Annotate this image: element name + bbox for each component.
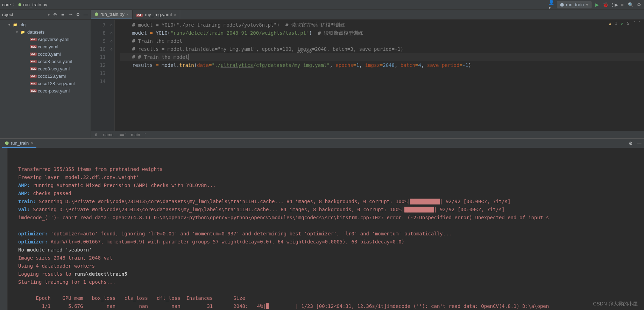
tree-file[interactable]: YMLArgoverse.yaml [0, 36, 91, 43]
debug-button[interactable]: 🐞 [603, 2, 608, 8]
tree-item-label: coco.yaml [38, 44, 58, 49]
yaml-icon: YML [30, 37, 36, 42]
close-icon[interactable]: × [31, 140, 34, 146]
yaml-icon: YML [30, 89, 36, 93]
stop-button[interactable]: ■ [620, 2, 625, 8]
sidebar-title: roject [2, 12, 45, 17]
tree-folder[interactable]: ▼📁cfg [0, 21, 91, 28]
project-sidebar: roject ▾ ⊕ ≡ ⇥ ⚙ — ▼📁cfg▼📁datasetsYMLArg… [0, 10, 91, 138]
python-file-icon: ⬢ [18, 2, 22, 7]
terminal-line: optimizer: 'optimizer=auto' found, ignor… [18, 230, 641, 238]
run-tab[interactable]: ⬢ run_train × [2, 139, 36, 148]
editor-breadcrumb-text: if __name__ == '__main__' [95, 132, 146, 137]
breadcrumb-sep: 〉 [12, 2, 17, 8]
editor-tab[interactable]: ⬢run_train.py× [91, 10, 133, 19]
yaml-icon: YML [30, 82, 36, 86]
hide-icon[interactable]: — [636, 140, 642, 146]
terminal-line: optimizer: AdamW(lr=0.001667, momentum=0… [18, 238, 641, 246]
gear-icon[interactable]: ⚙ [75, 12, 81, 18]
fold-gutter[interactable]: ⊖ ⊖ ⊖⊖ [108, 20, 115, 131]
terminal-line: Logging results to runs\detect\train5 [18, 270, 641, 278]
run-output[interactable]: Transferred 355/355 items from pretraine… [8, 148, 644, 310]
gear-icon[interactable]: ⚙ [628, 140, 634, 146]
locate-icon[interactable]: ⊕ [52, 12, 58, 18]
breadcrumb-root[interactable]: core [2, 2, 11, 7]
yaml-icon: YML [30, 45, 36, 49]
folder-icon: 📁 [12, 23, 18, 27]
run-gutter[interactable] [0, 148, 8, 310]
tree-item-label: coco8-seg.yaml [38, 66, 70, 71]
folder-icon: 📁 [20, 30, 26, 34]
pass-count: 5 [627, 21, 629, 26]
tree-item-label: coco8.yaml [38, 51, 61, 57]
python-file-icon: ⬢ [94, 12, 98, 17]
tree-file[interactable]: YMLcoco8-pose.yaml [0, 58, 91, 65]
tree-item-label: datasets [27, 29, 44, 35]
close-icon[interactable]: × [127, 12, 129, 16]
warning-icon: ▲ [609, 21, 611, 26]
expand-icon[interactable]: ≡ [60, 12, 65, 18]
run-button[interactable]: ▶ [594, 2, 600, 8]
settings-icon[interactable]: ⚙ [636, 2, 642, 8]
collapse-icon[interactable]: ⇥ [68, 12, 73, 18]
terminal-line: AMP: running Automatic Mixed Precision (… [18, 181, 641, 190]
code-editor[interactable]: 7891011121314 ⊖ ⊖ ⊖⊖ # model = YOLO("./p… [91, 20, 644, 131]
terminal-line: imdecode_(''): can't read data: OpenCV(4… [18, 214, 641, 222]
yaml-icon: YML [30, 74, 36, 78]
top-toolbar: core 〉 ⬢ run_train.py 👤▾ ⬢ run_train ▾ ▶… [0, 0, 644, 10]
breadcrumb: core 〉 ⬢ run_train.py [2, 2, 547, 8]
tree-item-label: coco8-pose.yaml [38, 59, 72, 64]
tree-item-label: cfg [20, 22, 26, 27]
tree-item-label: coco128.yaml [38, 74, 66, 79]
editor-tab[interactable]: YMLmy_img.yaml× [133, 10, 180, 19]
terminal-line: Epoch GPU_mem box_loss cls_loss dfl_loss… [18, 294, 641, 302]
tree-item-label: Argoverse.yaml [38, 37, 69, 42]
python-icon: ⬢ [560, 2, 564, 7]
code-content[interactable]: # model = YOLO("./pre_training_models/yo… [115, 20, 644, 131]
terminal-line: No module named 'seaborn' [18, 246, 641, 254]
ok-icon: ✔ [621, 21, 623, 26]
terminal-line: 1/1 5.67G nan nan nan 31 2048: 4%|▍ | 1/… [18, 302, 641, 310]
tree-file[interactable]: YMLcoco8.yaml [0, 50, 91, 58]
terminal-line [18, 286, 641, 294]
close-icon[interactable]: × [174, 13, 176, 17]
chevron-icon: ˆ ˇ [633, 21, 641, 26]
breadcrumb-file[interactable]: run_train.py [23, 2, 47, 7]
run-tab-label: run_train [11, 140, 29, 146]
run-tool-window: ⬢ run_train × ⚙ — Transferred 355/355 it… [0, 138, 644, 310]
hide-icon[interactable]: — [83, 12, 89, 18]
line-gutter: 7891011121314 [91, 20, 108, 131]
user-icon[interactable]: 👤▾ [549, 2, 554, 8]
tree-file[interactable]: YMLcoco128.yaml [0, 73, 91, 80]
terminal-line [18, 222, 641, 230]
run-config-label: run_train [566, 2, 584, 7]
inspection-widget[interactable]: ▲ 1 ✔ 5 ˆ ˇ [609, 21, 641, 26]
terminal-line: Freezing layer 'model.22.dfl.conv.weight… [18, 173, 641, 181]
toolbar-right: 👤▾ ⬢ run_train ▾ ▶ 🐞 ⋮▶ ■ 🔍 ⚙ [549, 1, 642, 8]
yaml-icon: YML [30, 67, 36, 71]
search-icon[interactable]: 🔍 [628, 2, 634, 8]
tree-file[interactable]: YMLcoco-pose.yaml [0, 87, 91, 95]
yaml-file-icon: YML [136, 12, 143, 17]
tree-item-label: coco128-seg.yaml [38, 81, 75, 86]
terminal-line: val: Scanning D:\Private Work\code\23101… [18, 206, 641, 214]
yaml-icon: YML [30, 52, 36, 56]
yaml-icon: YML [30, 60, 36, 64]
tree-file[interactable]: YMLcoco8-seg.yaml [0, 65, 91, 73]
tree-file[interactable]: YMLcoco128-seg.yaml [0, 80, 91, 87]
run-tabbar: ⬢ run_train × ⚙ — [0, 139, 644, 148]
warning-count: 1 [615, 21, 617, 26]
tree-item-label: coco-pose.yaml [38, 88, 70, 94]
editor-breadcrumb[interactable]: if __name__ == '__main__' [91, 131, 644, 138]
watermark: CSDN @大雾的小屋 [593, 300, 638, 308]
project-tree[interactable]: ▼📁cfg▼📁datasetsYMLArgoverse.yamlYMLcoco.… [0, 20, 91, 96]
editor-area: ⬢run_train.py×YMLmy_img.yaml× 7891011121… [91, 10, 644, 138]
tree-folder[interactable]: ▼📁datasets [0, 28, 91, 36]
tree-file[interactable]: YMLcoco.yaml [0, 43, 91, 50]
dropdown-icon[interactable]: ▾ [48, 12, 50, 17]
dropdown-icon: ▾ [586, 2, 588, 7]
more-run-icon[interactable]: ⋮▶ [611, 2, 617, 8]
terminal-line: Transferred 355/355 items from pretraine… [18, 165, 641, 173]
sidebar-header: roject ▾ ⊕ ≡ ⇥ ⚙ — [0, 10, 91, 20]
run-config-selector[interactable]: ⬢ run_train ▾ [557, 1, 592, 8]
